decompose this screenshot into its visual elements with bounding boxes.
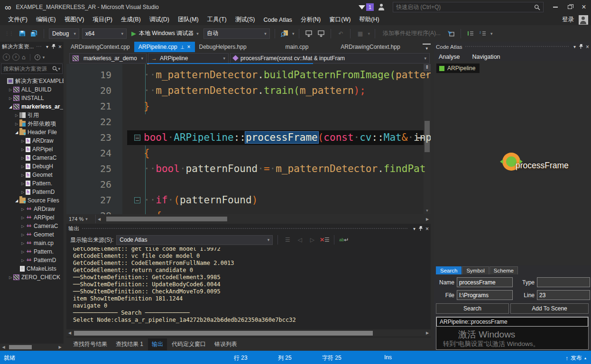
type-input[interactable] — [537, 277, 590, 287]
scroll-left-icon[interactable]: ◀ — [0, 345, 7, 349]
output-horizontal-scrollbar[interactable]: ◀ ▶ — [66, 329, 431, 337]
atlas-menu-navigation[interactable]: Navigation — [472, 54, 500, 60]
collapsed-expander-icon[interactable]: ▷ — [20, 241, 26, 246]
solution-search-box[interactable]: 搜索解决方案资源 ▾ — [1, 64, 63, 74]
pin-icon[interactable] — [579, 44, 583, 49]
tab-overflow-icon[interactable]: ▾ — [423, 44, 431, 52]
collapsed-expander-icon[interactable]: ▷ — [20, 224, 26, 228]
tree-item-all_build[interactable]: ▷ALL_BUILD — [0, 85, 64, 94]
search-results-list[interactable]: ARPipeline::processFrame 激活 Windows 转到"电… — [436, 317, 589, 350]
menu-item[interactable]: 生成(B) — [117, 14, 145, 25]
platform-dropdown[interactable]: x64▾ — [82, 28, 127, 39]
collapsed-expander-icon[interactable]: ▷ — [20, 147, 26, 152]
scroll-left-icon[interactable]: ◀ — [66, 331, 73, 335]
collapsed-expander-icon[interactable]: ▷ — [20, 156, 26, 160]
menu-item[interactable]: 测试(S) — [231, 14, 259, 25]
bottom-tab[interactable]: 错误列表 — [211, 338, 241, 350]
bottom-tab[interactable]: 输出 — [148, 338, 167, 350]
output-source-dropdown[interactable]: Code Atlas▾ — [116, 235, 273, 245]
sign-in-link[interactable]: 登录 — [562, 16, 574, 24]
tree-item-header-file[interactable]: ◢Header File — [0, 128, 64, 136]
close-panel-icon[interactable]: × — [58, 44, 62, 50]
collapsed-expander-icon[interactable]: ▷ — [20, 258, 26, 263]
pin-icon[interactable] — [418, 226, 423, 231]
scroll-right-icon[interactable]: ▶ — [56, 345, 64, 349]
code-line-27[interactable]: 27–··if·(patternFound) — [66, 192, 424, 208]
tree-item-ardraw[interactable]: ▷hARDraw — [0, 136, 64, 145]
collapsed-expander-icon[interactable]: ▷ — [8, 88, 13, 92]
collapsed-expander-icon[interactable]: ▷ — [20, 173, 26, 177]
forward-icon[interactable]: › — [12, 54, 19, 61]
bottom-tab[interactable]: 代码定义窗口 — [168, 338, 210, 350]
close-tab-icon[interactable]: × — [187, 44, 191, 50]
menu-item[interactable]: 调试(D) — [145, 14, 174, 25]
member-dropdown[interactable]: processFrame(const cv::Mat & inputFram▾ — [230, 53, 430, 64]
result-item[interactable]: ARPipeline::processFrame — [436, 317, 588, 327]
close-button[interactable]: × — [577, 1, 591, 13]
element-picker-icon[interactable] — [446, 29, 456, 38]
format-dropdown-caret[interactable]: ▾ — [490, 31, 493, 36]
tree-item-cmakelists[interactable]: CMakeLists — [0, 264, 64, 273]
back-icon[interactable]: ‹ — [3, 54, 10, 61]
scroll-right-icon[interactable]: ▶ — [424, 217, 431, 221]
code-line[interactable]: { — [66, 64, 424, 67]
tree-item-patternd[interactable]: ▷++PatternD — [0, 256, 64, 264]
collapsed-expander-icon[interactable]: ▷ — [20, 233, 26, 237]
code-line-26[interactable]: 26 — [66, 177, 424, 192]
tree-item-geomet[interactable]: ▷hGeomet — [0, 171, 64, 179]
line-input[interactable] — [537, 290, 590, 300]
atlas-tab-symbol[interactable]: Symbol — [462, 266, 489, 274]
quick-launch-input[interactable] — [396, 4, 534, 10]
build-icon[interactable] — [304, 29, 314, 38]
document-tab[interactable]: ARPipeline.cpp⊣× — [134, 42, 195, 52]
tree-item-pattern-[interactable]: ▷++Pattern. — [0, 247, 64, 256]
collapsed-expander-icon[interactable]: ▷ — [20, 164, 26, 169]
atlas-tab-scheme[interactable]: Scheme — [489, 266, 518, 274]
name-input[interactable] — [457, 277, 513, 287]
tree-item--[interactable]: ▷引用 — [0, 111, 64, 119]
code-line-20[interactable]: 20··m_patternDetector.train(m_pattern); — [66, 83, 424, 99]
menu-item[interactable]: 窗口(W) — [325, 14, 355, 25]
build-solution-icon[interactable] — [316, 29, 326, 38]
expanded-expander-icon[interactable]: ◢ — [8, 105, 13, 109]
collapsed-expander-icon[interactable]: ▷ — [14, 113, 19, 118]
menu-item[interactable]: 视图(V) — [60, 14, 89, 25]
solution-horizontal-scrollbar[interactable]: ◀ ▶ — [0, 344, 64, 351]
window-position-caret-icon[interactable]: ▾ — [573, 44, 576, 49]
tree-item-source-files[interactable]: ◢Source Files — [0, 196, 64, 205]
restore-button[interactable] — [563, 1, 577, 13]
menu-item[interactable]: 帮助(H) — [355, 14, 383, 25]
add-to-scene-button[interactable]: Add To Scene — [510, 303, 589, 314]
pin-icon[interactable] — [51, 44, 56, 49]
bottom-tab[interactable]: 查找结果 1 — [112, 338, 147, 350]
user-avatar[interactable] — [579, 15, 588, 25]
deploy-dropdown[interactable]: 自动▾ — [203, 28, 270, 39]
tree-item-install[interactable]: ▷INSTALL — [0, 94, 64, 102]
tree-item-main-cp[interactable]: ▷++main.cp — [0, 239, 64, 247]
code-editor[interactable]: {19··m_patternDetector.buildPatternFromI… — [66, 64, 431, 214]
code-line-22[interactable]: 22 — [66, 114, 424, 130]
collapsed-expander-icon[interactable]: ▷ — [20, 250, 26, 254]
code-line-21[interactable]: 21} — [66, 99, 424, 114]
collapsed-expander-icon[interactable]: ▷ — [14, 122, 19, 126]
fold-collapse-icon[interactable]: – — [134, 135, 140, 141]
tree-item-debugh[interactable]: ▷hDebugH — [0, 162, 64, 171]
menu-item[interactable]: 团队(M) — [174, 14, 203, 25]
document-tab[interactable]: DebugHelpers.hpp — [195, 42, 251, 52]
menu-item[interactable]: 项目(P) — [88, 14, 117, 25]
output-log[interactable]: GetCodeElement:: get tile code model 1.9… — [66, 247, 424, 329]
configuration-dropdown[interactable]: Debug▾ — [49, 28, 79, 39]
tree-item-arpipel[interactable]: ▷++ARPipel — [0, 213, 64, 222]
tree-item-arpipel[interactable]: ▷hARPipel — [0, 145, 64, 154]
expanded-expander-icon[interactable]: ◢ — [14, 199, 19, 203]
clear-all-icon[interactable]: ✕☰ — [320, 236, 329, 244]
publish-button[interactable]: ↑ 发布 ▴ — [565, 354, 586, 362]
code-line-25[interactable]: 25··bool·patternFound·=·m_patternDetecto… — [66, 161, 424, 177]
atlas-menu-analyse[interactable]: Analyse — [439, 54, 460, 60]
tree-item-pattern-[interactable]: ▷hPattern. — [0, 179, 64, 188]
document-tab[interactable]: main.cpp — [281, 42, 313, 52]
tree-item--example[interactable]: 解决方案'EXAMPLE — [0, 77, 64, 85]
expanded-expander-icon[interactable]: ◢ — [14, 130, 19, 135]
project-dropdown[interactable]: markerless_ar_demo▾ — [69, 53, 147, 64]
save-all-icon[interactable] — [29, 29, 39, 38]
